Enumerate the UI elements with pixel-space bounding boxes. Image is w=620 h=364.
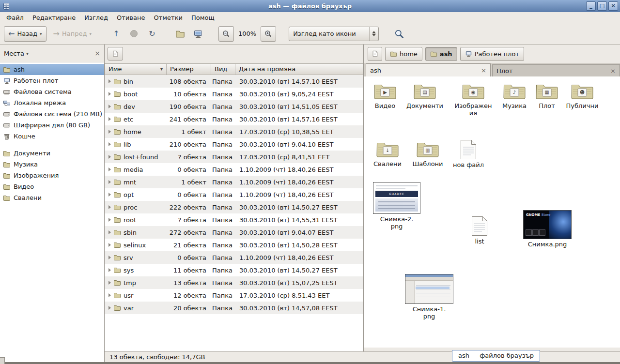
table-row[interactable]: etc241 обектаПапка30.03.2010 (вт) 14,57,… xyxy=(105,113,363,125)
expander-icon[interactable] xyxy=(108,306,111,310)
window-icon[interactable] xyxy=(2,2,10,10)
table-row[interactable]: usr12 обектаПапка17.03.2010 (ср) 8,51,43… xyxy=(105,289,363,302)
expander-icon[interactable] xyxy=(108,230,111,234)
tab-close-icon[interactable]: × xyxy=(466,67,486,74)
column-header-0[interactable]: Име▾ xyxy=(105,63,167,75)
icon-item-file[interactable]: GNOME StoreСнимка.png xyxy=(520,210,574,248)
sidebar-item-0[interactable]: ash xyxy=(0,64,104,75)
places-title[interactable]: Места xyxy=(4,50,24,57)
tab-Плот[interactable]: Плот× xyxy=(492,64,620,76)
expander-icon[interactable] xyxy=(108,142,111,146)
table-row[interactable]: lib210 обектаПапка30.03.2010 (вт) 9,04,1… xyxy=(105,138,363,151)
column-header-2[interactable]: Вид xyxy=(211,63,235,75)
table-row[interactable]: bin108 обектаПапка30.03.2010 (вт) 14,57,… xyxy=(105,75,363,88)
column-header-3[interactable]: Дата на промяна xyxy=(235,63,363,75)
close-button[interactable]: × xyxy=(608,1,618,11)
sidebar-item-6[interactable]: Кошче xyxy=(0,131,104,142)
menu-item-5[interactable]: Помощ xyxy=(187,13,219,23)
expander-icon[interactable] xyxy=(108,268,111,272)
table-row[interactable]: sys11 обектаПапка30.03.2010 (вт) 14,50,2… xyxy=(105,264,363,276)
icon-item-file[interactable]: Снимка-1. png xyxy=(402,274,456,320)
menu-item-4[interactable]: Отметки xyxy=(149,13,186,23)
expander-icon[interactable] xyxy=(108,180,111,184)
table-row[interactable]: tmp13 обектаПапка30.03.2010 (вт) 15,07,2… xyxy=(105,276,363,289)
expander-icon[interactable] xyxy=(108,117,111,121)
tab-close-icon[interactable]: × xyxy=(596,68,616,74)
pane-button[interactable] xyxy=(108,47,123,61)
expander-icon[interactable] xyxy=(108,218,111,222)
icon-item-folder[interactable]: ▦Плот xyxy=(527,81,567,109)
maximize-button[interactable]: □ xyxy=(597,1,607,11)
zoom-in-button[interactable] xyxy=(261,26,276,42)
expander-icon[interactable] xyxy=(108,155,111,159)
back-button[interactable]: ← Назад ▾ xyxy=(4,26,46,42)
expander-icon[interactable] xyxy=(108,256,111,259)
sidebar-item-2[interactable]: Файлова система xyxy=(0,86,104,97)
home-button[interactable] xyxy=(172,26,188,42)
sidebar-item-4[interactable]: Файлова система (210 MB) xyxy=(0,108,104,120)
expander-icon[interactable] xyxy=(108,293,111,297)
expander-icon[interactable] xyxy=(108,243,111,247)
forward-button[interactable]: → Напред ▾ xyxy=(49,26,96,42)
stop-button[interactable] xyxy=(126,26,142,42)
minimize-button[interactable]: _ xyxy=(586,1,596,11)
combo-spinner-icon[interactable] xyxy=(369,27,378,41)
table-row[interactable]: home1 обектПапка17.03.2010 (ср) 10,38,55… xyxy=(105,125,363,138)
icon-item-folder[interactable]: ▥Шаблони xyxy=(407,139,448,167)
expander-icon[interactable] xyxy=(108,130,111,134)
reload-button[interactable]: ↻ xyxy=(144,26,160,42)
menu-item-3[interactable]: Отиване xyxy=(112,13,149,23)
table-row[interactable]: srv0 обектаПапка1.10.2009 (чт) 18,40,26 … xyxy=(105,251,363,264)
sidebar-item-11[interactable]: Видео xyxy=(0,181,104,192)
pathbar-scroll-button[interactable] xyxy=(368,47,382,61)
icon-item-folder[interactable]: ▤Документи xyxy=(404,81,445,109)
table-row[interactable]: opt0 обектаПапка1.10.2009 (чт) 18,40,26 … xyxy=(105,188,363,201)
sidebar-item-9[interactable]: Музика xyxy=(0,159,104,170)
table-row[interactable]: lost+found? обектаПапка17.03.2010 (ср) 8… xyxy=(105,151,363,163)
expander-icon[interactable] xyxy=(108,92,111,96)
icon-item-folder[interactable]: ↓Свалени xyxy=(367,139,408,167)
column-header-1[interactable]: Размер xyxy=(167,63,211,75)
sidebar-item-12[interactable]: Свалени xyxy=(0,192,104,203)
table-row[interactable]: var20 обектаПапка30.03.2010 (вт) 14,57,0… xyxy=(105,302,363,314)
view-mode-select[interactable]: Изглед като икони xyxy=(289,27,379,41)
table-row[interactable]: selinux21 обектаПапка30.03.2010 (вт) 14,… xyxy=(105,239,363,251)
expander-icon[interactable] xyxy=(108,281,111,285)
pathbar-button-0[interactable]: home xyxy=(385,47,422,61)
table-row[interactable]: root? обектаПапка30.03.2010 (вт) 14,55,3… xyxy=(105,213,363,226)
places-dropdown-icon[interactable]: ▾ xyxy=(26,51,29,56)
icon-item-file[interactable]: GUADECСнимка-2. png xyxy=(370,182,424,230)
back-dropdown-icon[interactable]: ▾ xyxy=(40,31,42,36)
up-button[interactable]: ↑ xyxy=(108,26,124,42)
sidebar-item-8[interactable]: Документи xyxy=(0,148,104,159)
icon-item-file[interactable]: нов файл xyxy=(448,139,489,168)
table-row[interactable]: dev190 обектаПапка30.03.2010 (вт) 14,51,… xyxy=(105,100,363,113)
expander-icon[interactable] xyxy=(108,193,111,197)
sidebar-item-3[interactable]: Локална мрежа xyxy=(0,97,104,108)
expander-icon[interactable] xyxy=(108,205,111,209)
table-row[interactable]: proc222 обектаПапка30.03.2010 (вт) 14,50… xyxy=(105,201,363,213)
resize-grip[interactable] xyxy=(0,357,5,364)
expander-icon[interactable] xyxy=(108,105,111,108)
icon-item-folder[interactable]: ◉Изображен ия xyxy=(452,81,495,117)
icon-item-file[interactable]: list xyxy=(459,216,500,245)
table-row[interactable]: mnt1 обектПапка1.10.2009 (чт) 18,40,26 E… xyxy=(105,176,363,188)
tab-ash[interactable]: ash× xyxy=(366,63,491,76)
sidebar-item-1[interactable]: Работен плот xyxy=(0,75,104,86)
pathbar-button-1[interactable]: ash xyxy=(425,47,457,61)
expander-icon[interactable] xyxy=(108,79,111,83)
places-close-icon[interactable]: × xyxy=(94,50,100,57)
table-row[interactable]: media0 обектаПапка1.10.2009 (чт) 18,40,2… xyxy=(105,163,363,176)
expander-icon[interactable] xyxy=(108,167,111,171)
icon-item-folder[interactable]: ▶Видео xyxy=(365,81,405,109)
table-row[interactable]: sbin272 обектаПапка30.03.2010 (вт) 9,04,… xyxy=(105,226,363,239)
sidebar-item-5[interactable]: Шифриран дял (80 GB) xyxy=(0,120,104,131)
menu-item-1[interactable]: Редактиране xyxy=(28,13,80,23)
zoom-out-button[interactable] xyxy=(218,26,234,42)
search-button[interactable] xyxy=(391,26,407,42)
sidebar-item-10[interactable]: Изображения xyxy=(0,170,104,181)
computer-button[interactable] xyxy=(190,26,206,42)
menu-item-2[interactable]: Изглед xyxy=(80,13,112,23)
pathbar-button-2[interactable]: Работен плот xyxy=(460,47,524,61)
table-row[interactable]: boot10 обектаПапка30.03.2010 (вт) 9,05,2… xyxy=(105,88,363,100)
